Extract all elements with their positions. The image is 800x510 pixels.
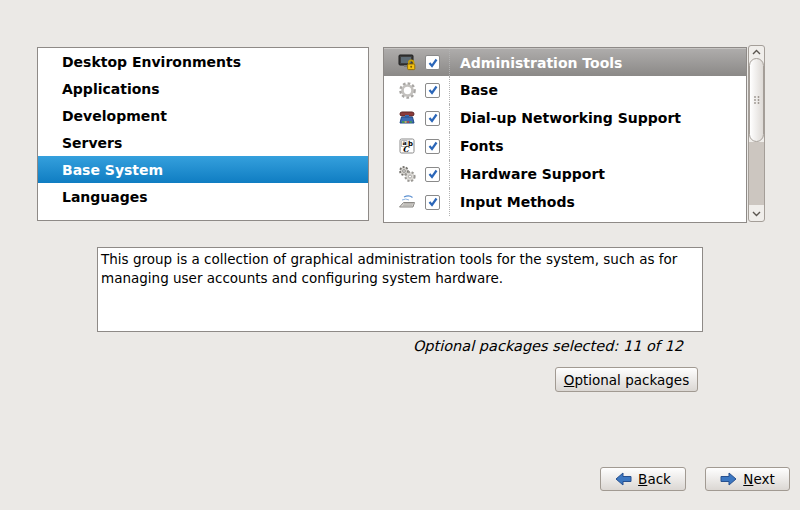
category-label: Development [62,108,167,124]
category-label: Servers [62,135,122,151]
next-button[interactable]: Next [705,467,790,491]
category-item-languages[interactable]: Languages [38,183,368,210]
group-row-input-methods[interactable]: Input Methods [384,188,746,216]
column-separator [449,188,450,216]
back-arrow-icon [615,472,632,486]
keyboard-icon [395,193,419,212]
group-checkbox[interactable] [425,139,440,154]
category-item-applications[interactable]: Applications [38,75,368,102]
fonts-icon: a b C [395,137,419,156]
scroll-down-icon[interactable] [749,208,764,220]
group-label: Base [460,82,498,98]
group-row-base[interactable]: Base [384,76,746,104]
group-checkbox[interactable] [425,55,440,70]
group-row-administration-tools[interactable]: Administration Tools [384,48,746,76]
group-row-hardware-support[interactable]: Hardware Support [384,160,746,188]
category-item-base-system[interactable]: Base System [38,156,368,183]
group-row-fonts[interactable]: a b C Fonts [384,132,746,160]
group-label: Dial-up Networking Support [460,110,681,126]
category-item-servers[interactable]: Servers [38,129,368,156]
group-label: Hardware Support [460,166,605,182]
group-description-text: This group is a collection of graphical … [97,247,703,332]
back-button[interactable]: Back [600,467,686,491]
scrollbar-thumb[interactable] [749,58,764,142]
category-item-development[interactable]: Development [38,102,368,129]
group-label: Input Methods [460,194,575,210]
next-button-label: Next [743,471,774,487]
group-checkbox[interactable] [425,167,440,182]
column-separator [449,132,450,160]
back-button-label: Back [638,471,671,487]
category-item-desktop-environments[interactable]: Desktop Environments [38,48,368,75]
group-label: Fonts [460,138,504,154]
group-row-dialup-networking[interactable]: Dial-up Networking Support [384,104,746,132]
group-list-scrollbar[interactable] [748,45,765,222]
gear-icon [395,81,419,100]
group-checkbox[interactable] [425,83,440,98]
package-group-list: Administration Tools Base [383,47,747,223]
column-separator [449,76,450,104]
admin-tools-icon [395,53,419,72]
column-separator [449,160,450,188]
package-selection-screen: Desktop Environments Applications Develo… [0,0,800,510]
group-checkbox[interactable] [425,111,440,126]
category-list: Desktop Environments Applications Develo… [37,47,369,221]
category-label: Base System [62,162,163,178]
column-separator [449,104,450,132]
next-arrow-icon [720,472,737,486]
category-label: Applications [62,81,160,97]
category-label: Languages [62,189,148,205]
column-separator [449,49,450,76]
optional-packages-button-label: Optional packages [564,372,689,388]
optional-packages-button[interactable]: Optional packages [555,367,698,392]
phone-icon [395,109,419,128]
scroll-up-icon[interactable] [749,46,764,58]
optional-packages-summary: Optional packages selected: 11 of 12 [413,338,683,354]
category-label: Desktop Environments [62,54,241,70]
scrollbar-trough[interactable] [749,142,764,205]
gears-icon [395,165,419,184]
group-label: Administration Tools [460,55,622,71]
group-checkbox[interactable] [425,195,440,210]
